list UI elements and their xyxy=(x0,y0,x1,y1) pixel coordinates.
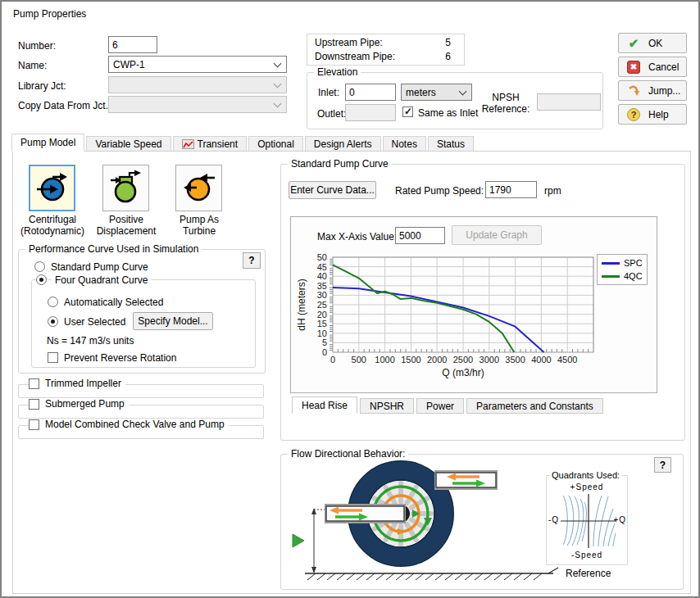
svg-text:0: 0 xyxy=(322,347,327,357)
tab-variable-speed[interactable]: Variable Speed xyxy=(86,136,170,152)
same-as-inlet-label: Same as Inlet xyxy=(418,107,478,119)
curve-tab-npshr[interactable]: NPSHR xyxy=(360,398,414,414)
minus-speed-label: -Speed xyxy=(571,550,602,559)
inlet-label: Inlet: xyxy=(318,87,339,98)
performance-curve-group-label: Performance Curve Used in Simulation xyxy=(25,243,202,255)
svg-text:1000: 1000 xyxy=(375,355,394,365)
curve-tab-parameters-and-constants[interactable]: Parameters and Constants xyxy=(466,398,603,414)
tab-label: Head Rise xyxy=(302,400,348,411)
automatically-selected-label: Automatically Selected xyxy=(64,297,163,308)
legend-swatch xyxy=(602,262,620,265)
legend-swatch xyxy=(602,275,620,278)
window-title: Pump Properties xyxy=(13,8,86,20)
curve-tab-power[interactable]: Power xyxy=(416,398,464,414)
model-check-valve-checkbox[interactable] xyxy=(29,419,39,430)
curve-type-tab-strip: Head RiseNPSHRPowerParameters and Consta… xyxy=(292,396,606,414)
tab-design-alerts[interactable]: Design Alerts xyxy=(305,136,381,152)
check-icon: ✔ xyxy=(627,37,640,50)
name-combo[interactable]: CWP-1 xyxy=(108,56,287,73)
number-input[interactable] xyxy=(108,36,157,53)
elevation-units-combo[interactable]: meters xyxy=(401,84,472,101)
pump-properties-dialog: Pump Properties Number: Name: CWP-1 Libr… xyxy=(0,0,700,598)
tab-notes[interactable]: Notes xyxy=(383,136,426,152)
library-jct-label: Library Jct: xyxy=(18,80,66,92)
same-as-inlet-checkbox[interactable] xyxy=(402,106,413,117)
max-x-axis-input[interactable] xyxy=(395,227,445,244)
flow-directional-group-label: Flow Directional Behavior: xyxy=(288,448,408,460)
svg-text:3500: 3500 xyxy=(505,355,525,365)
svg-text:20: 20 xyxy=(317,310,327,319)
jump-arrow-icon xyxy=(627,84,640,97)
tab-optional[interactable]: Optional xyxy=(248,136,303,152)
svg-text:10: 10 xyxy=(317,328,327,338)
enter-curve-data-button[interactable]: Enter Curve Data... xyxy=(289,181,376,199)
automatically-selected-radio[interactable] xyxy=(48,297,58,307)
user-selected-radio[interactable] xyxy=(48,316,58,327)
svg-text:15: 15 xyxy=(317,319,327,328)
number-label: Number: xyxy=(18,40,56,52)
centrifugal-pump-button[interactable] xyxy=(29,165,75,211)
cancel-button[interactable]: ✖ Cancel xyxy=(618,57,687,77)
svg-text:1500: 1500 xyxy=(401,355,420,365)
rated-pump-speed-input[interactable] xyxy=(485,181,537,198)
submerged-pump-checkbox[interactable] xyxy=(29,399,39,410)
specify-model-button[interactable]: Specify Model... xyxy=(133,312,213,330)
tab-status[interactable]: Status xyxy=(428,136,474,152)
minus-q-label: -Q xyxy=(548,515,559,524)
outlet-elevation-input xyxy=(345,104,396,121)
plus-speed-label: +Speed xyxy=(570,482,604,492)
inlet-elevation-input[interactable] xyxy=(345,84,396,101)
rated-pump-speed-label: Rated Pump Speed: xyxy=(395,185,484,197)
downstream-pipe-value: 6 xyxy=(445,51,451,62)
performance-help-button[interactable]: ? xyxy=(243,252,261,269)
model-check-valve-label: Model Combined Check Valve and Pump xyxy=(45,419,225,430)
quadrant-contours xyxy=(561,494,616,548)
quadrants-used-box: Quadrants Used: +Speed -Q +Q -Speed xyxy=(546,475,628,565)
jump-button-label: Jump... xyxy=(648,85,680,97)
centrifugal-pump-label: Centrifugal(Rotodynamic) xyxy=(13,214,92,237)
tab-pump-model[interactable]: Pump Model xyxy=(11,134,84,152)
npsh-reference-input xyxy=(537,93,601,111)
copy-data-combo xyxy=(108,96,287,113)
tab-label: Notes xyxy=(392,138,417,150)
ok-button[interactable]: ✔ OK xyxy=(618,33,687,53)
four-quadrant-radio[interactable] xyxy=(36,274,47,285)
chevron-down-icon xyxy=(453,91,471,94)
tab-label: Transient xyxy=(198,138,239,150)
positive-displacement-pump-button[interactable] xyxy=(102,165,149,211)
svg-text:5: 5 xyxy=(322,338,327,347)
pump-as-turbine-button[interactable] xyxy=(175,165,222,211)
quadrants-used-title: Quadrants Used: xyxy=(550,470,621,480)
curve-tab-head-rise[interactable]: Head Rise xyxy=(292,396,357,414)
elevation-units-value: meters xyxy=(402,87,453,98)
positive-displacement-pump-icon xyxy=(109,170,143,206)
svg-text:dH (meters): dH (meters) xyxy=(296,279,307,330)
tab-label: Parameters and Constants xyxy=(476,401,593,412)
pump-flow-illustration xyxy=(284,460,559,590)
chevron-down-icon xyxy=(268,63,286,66)
svg-text:2000: 2000 xyxy=(427,355,447,365)
library-jct-combo xyxy=(108,76,287,93)
tab-transient[interactable]: Transient xyxy=(173,136,248,152)
prevent-reverse-rotation-checkbox[interactable] xyxy=(48,352,58,363)
tab-label: Variable Speed xyxy=(95,138,161,150)
downstream-pipe-label: Downstream Pipe: xyxy=(315,51,395,62)
svg-text:50: 50 xyxy=(317,252,327,262)
jump-button[interactable]: Jump... xyxy=(618,80,687,101)
tab-label: Power xyxy=(426,401,454,412)
legend-entry-spc: SPC xyxy=(602,258,643,268)
tab-label: Design Alerts xyxy=(314,138,372,150)
flow-help-button[interactable]: ? xyxy=(654,457,671,473)
legend-label: SPC xyxy=(624,258,643,268)
connected-pipes-panel: Upstream Pipe: 5 Downstream Pipe: 6 xyxy=(307,34,465,66)
svg-text:30: 30 xyxy=(317,290,327,300)
standard-pump-curve-radio[interactable] xyxy=(34,261,45,272)
reference-label: Reference xyxy=(566,568,611,579)
help-button[interactable]: ? Help xyxy=(618,104,687,125)
title-bar[interactable]: Pump Properties xyxy=(2,2,698,26)
trimmed-impeller-checkbox[interactable] xyxy=(29,378,39,389)
model-check-valve-group: Model Combined Check Valve and Pump xyxy=(18,425,264,439)
prevent-reverse-rotation-label: Prevent Reverse Rotation xyxy=(64,352,176,364)
trimmed-impeller-label: Trimmed Impeller xyxy=(45,378,121,389)
svg-text:4000: 4000 xyxy=(531,355,551,365)
